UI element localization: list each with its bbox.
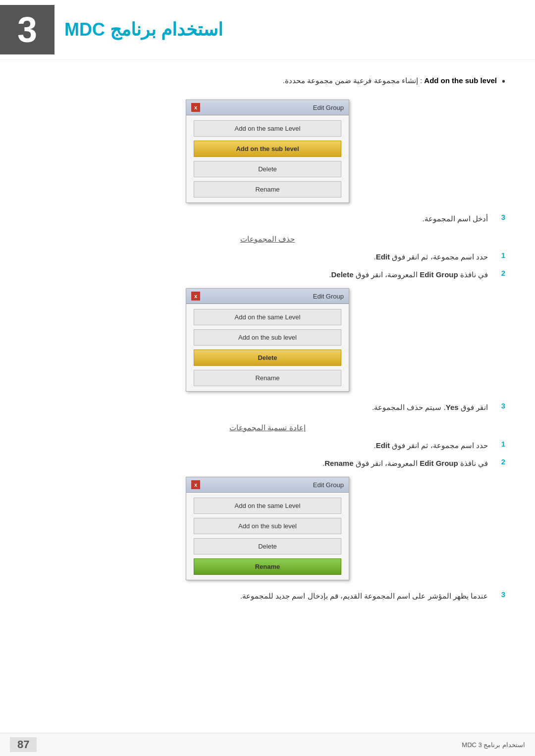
footer-page-number: 87 [10, 737, 37, 752]
add-sub-level-label: Add on the sub level [424, 76, 497, 85]
dialog-title-2: Edit Group [313, 293, 344, 300]
delete-step-3-section: 3 انقر فوق Yes. سيتم حذف المجموعة. [30, 402, 505, 413]
dialog-title-3: Edit Group [313, 481, 344, 489]
dialog-btn-same-level-3[interactable]: Add on the same Level [194, 498, 341, 514]
dialog-close-btn-2[interactable]: x [191, 292, 200, 301]
rename-groups-heading: إعادة تسمية المجموعات [30, 423, 505, 432]
step-3-add-sub: 3 أدخل اسم المجموعة. [30, 213, 505, 225]
delete-step-num-2: 2 [495, 269, 505, 277]
dialog-add-sub-level-container: Edit Group x Add on the same Level Add o… [30, 100, 505, 203]
rename-groups-steps: 1 حدد اسم مجموعة، ثم انقر فوق Edit. 2 في… [30, 440, 505, 469]
add-sub-level-desc: : إنشاء مجموعة فرعية ضمن مجموعة محددة. [283, 76, 422, 85]
delete-step-3: 3 انقر فوق Yes. سيتم حذف المجموعة. [30, 402, 505, 413]
page-header: استخدام برنامج MDC 3 [0, 0, 535, 60]
rename-step-2: 2 في نافذة Edit Group المعروضة، انقر فوق… [30, 457, 505, 469]
delete-step-text-3: انقر فوق Yes. سيتم حذف المجموعة. [372, 402, 488, 413]
dialog-close-btn-1[interactable]: x [191, 103, 200, 112]
dialog-btn-rename-1[interactable]: Rename [194, 181, 341, 198]
dialog-close-btn-3[interactable]: x [191, 480, 200, 489]
delete-step-num-1: 1 [495, 251, 505, 259]
dialog-btn-same-level-1[interactable]: Add on the same Level [194, 120, 341, 137]
rename-step-num-3: 3 [495, 590, 505, 599]
page-content: • Add on the sub level : إنشاء مجموعة فر… [0, 60, 535, 639]
delete-bold-2: Delete [331, 270, 353, 279]
dialog-header-3: Edit Group x [186, 477, 349, 493]
chapter-number: 3 [17, 9, 37, 50]
dialog-title-1: Edit Group [313, 104, 344, 111]
dialog-delete: Edit Group x Add on the same Level Add o… [186, 288, 349, 392]
edit-group-bold-2: Edit Group [420, 270, 458, 279]
yes-bold: Yes [446, 403, 459, 411]
delete-step-num-3: 3 [495, 402, 505, 410]
dialog-add-sub-level: Edit Group x Add on the same Level Add o… [186, 100, 349, 203]
footer-text: استخدام برنامج MDC 3 [462, 741, 525, 749]
bullet-point: • [502, 76, 505, 87]
step-text-3a: أدخل اسم المجموعة. [422, 213, 488, 225]
dialog-btn-rename-3[interactable]: Rename [194, 558, 341, 575]
rename-step-1: 1 حدد اسم مجموعة، ثم انقر فوق Edit. [30, 440, 505, 452]
rename-step-text-3: عندما يظهر المؤشر على اسم المجموعة القدي… [240, 590, 488, 602]
add-sub-level-steps: 3 أدخل اسم المجموعة. [30, 213, 505, 225]
dialog-body-3: Add on the same Level Add on the sub lev… [186, 493, 349, 580]
rename-step-text-1: حدد اسم مجموعة، ثم انقر فوق Edit. [374, 440, 488, 452]
edit-bold-r1: Edit [376, 441, 390, 450]
dialog-body-1: Add on the same Level Add on the sub lev… [186, 115, 349, 202]
rename-step-num-1: 1 [495, 440, 505, 448]
edit-group-bold-r: Edit Group [420, 459, 458, 467]
delete-step-text-1: حدد اسم مجموعة، ثم انقر فوق Edit. [374, 251, 488, 263]
add-sub-level-section: • Add on the sub level : إنشاء مجموعة فر… [30, 75, 505, 87]
header-title: استخدام برنامج MDC [64, 19, 223, 40]
dialog-btn-delete-2[interactable]: Delete [194, 350, 341, 366]
rename-bold-r: Rename [324, 459, 353, 467]
dialog-rename: Edit Group x Add on the same Level Add o… [186, 477, 349, 580]
dialog-btn-rename-2[interactable]: Rename [194, 370, 341, 386]
dialog-btn-sub-level-3[interactable]: Add on the sub level [194, 518, 341, 534]
dialog-btn-sub-level-1[interactable]: Add on the sub level [194, 141, 341, 157]
dialog-body-2: Add on the same Level Add on the sub lev… [186, 304, 349, 391]
dialog-btn-delete-3[interactable]: Delete [194, 538, 341, 554]
dialog-btn-sub-level-2[interactable]: Add on the sub level [194, 329, 341, 346]
delete-groups-heading: حذف المجموعات [30, 235, 505, 244]
edit-bold-1: Edit [376, 252, 390, 261]
chapter-number-box: 3 [0, 5, 54, 54]
dialog-btn-delete-1[interactable]: Delete [194, 161, 341, 177]
rename-step-num-2: 2 [495, 457, 505, 466]
dialog-delete-container: Edit Group x Add on the same Level Add o… [30, 288, 505, 392]
rename-step-text-2: في نافذة Edit Group المعروضة، انقر فوق R… [322, 457, 488, 469]
page-footer: استخدام برنامج MDC 3 87 [0, 733, 535, 756]
dialog-btn-same-level-2[interactable]: Add on the same Level [194, 309, 341, 325]
delete-step-1: 1 حدد اسم مجموعة، ثم انقر فوق Edit. [30, 251, 505, 263]
rename-step-3-section: 3 عندما يظهر المؤشر على اسم المجموعة الق… [30, 590, 505, 602]
delete-step-text-2: في نافذة Edit Group المعروضة، انقر فوق D… [329, 269, 488, 281]
rename-step-3: 3 عندما يظهر المؤشر على اسم المجموعة الق… [30, 590, 505, 602]
step-number-3a: 3 [495, 213, 505, 221]
delete-step-2: 2 في نافذة Edit Group المعروضة، انقر فوق… [30, 269, 505, 281]
dialog-header-2: Edit Group x [186, 289, 349, 304]
dialog-header-1: Edit Group x [186, 100, 349, 115]
delete-groups-steps: 1 حدد اسم مجموعة، ثم انقر فوق Edit. 2 في… [30, 251, 505, 281]
add-sub-level-text: Add on the sub level : إنشاء مجموعة فرعي… [283, 75, 497, 87]
dialog-rename-container: Edit Group x Add on the same Level Add o… [30, 477, 505, 580]
